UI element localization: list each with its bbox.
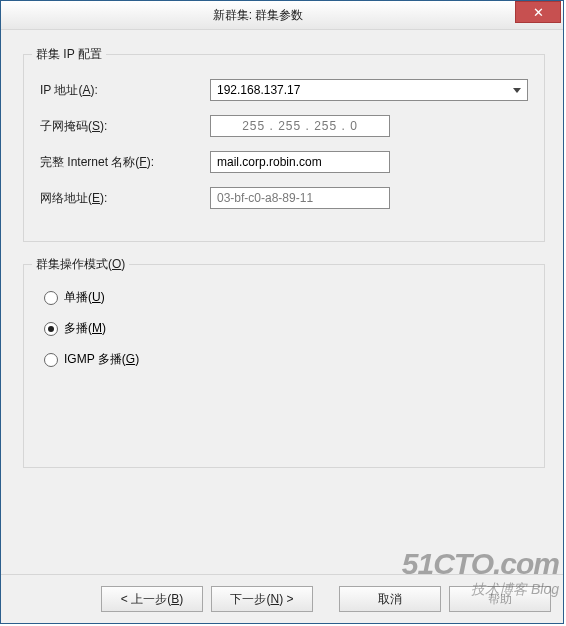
radio-igmp-multicast[interactable]: IGMP 多播(G) xyxy=(44,351,528,368)
radio-unicast[interactable]: 单播(U) xyxy=(44,289,528,306)
network-address-field: 03-bf-c0-a8-89-11 xyxy=(210,187,390,209)
subnet-mask-value: 255 . 255 . 255 . 0 xyxy=(242,119,358,133)
window-title: 新群集: 群集参数 xyxy=(1,7,515,24)
label-network-address: 网络地址(E): xyxy=(40,190,210,207)
row-ip-address: IP 地址(A): 192.168.137.17 xyxy=(40,79,528,101)
network-address-value: 03-bf-c0-a8-89-11 xyxy=(217,191,313,205)
group-mode-legend: 群集操作模式(O) xyxy=(32,256,129,273)
radio-icon xyxy=(44,353,58,367)
close-button[interactable]: ✕ xyxy=(515,1,561,23)
radio-multicast[interactable]: 多播(M) xyxy=(44,320,528,337)
radio-icon xyxy=(44,291,58,305)
radio-igmp-label: IGMP 多播(G) xyxy=(64,351,139,368)
label-ip-address: IP 地址(A): xyxy=(40,82,210,99)
chevron-down-icon xyxy=(513,88,521,93)
row-full-internet-name: 完整 Internet 名称(F): mail.corp.robin.com xyxy=(40,151,528,173)
radio-unicast-label: 单播(U) xyxy=(64,289,105,306)
ip-address-value: 192.168.137.17 xyxy=(217,83,300,97)
subnet-mask-field: 255 . 255 . 255 . 0 xyxy=(210,115,390,137)
help-button[interactable]: 帮助 xyxy=(449,586,551,612)
radio-multicast-label: 多播(M) xyxy=(64,320,106,337)
row-subnet-mask: 子网掩码(S): 255 . 255 . 255 . 0 xyxy=(40,115,528,137)
dialog-body: 群集 IP 配置 IP 地址(A): 192.168.137.17 子网掩码(S… xyxy=(1,30,563,574)
cancel-button[interactable]: 取消 xyxy=(339,586,441,612)
close-icon: ✕ xyxy=(533,6,544,19)
group-ip-legend: 群集 IP 配置 xyxy=(32,46,106,63)
label-subnet-mask: 子网掩码(S): xyxy=(40,118,210,135)
row-network-address: 网络地址(E): 03-bf-c0-a8-89-11 xyxy=(40,187,528,209)
dialog-footer: < 上一步(B) 下一步(N) > 取消 帮助 xyxy=(1,574,563,623)
back-button[interactable]: < 上一步(B) xyxy=(101,586,203,612)
ip-address-combobox[interactable]: 192.168.137.17 xyxy=(210,79,528,101)
titlebar: 新群集: 群集参数 ✕ xyxy=(1,1,563,30)
group-cluster-ip-config: 群集 IP 配置 IP 地址(A): 192.168.137.17 子网掩码(S… xyxy=(23,54,545,242)
label-full-internet-name: 完整 Internet 名称(F): xyxy=(40,154,210,171)
group-cluster-operation-mode: 群集操作模式(O) 单播(U) 多播(M) IGMP 多播(G) xyxy=(23,264,545,468)
full-internet-name-value: mail.corp.robin.com xyxy=(217,155,322,169)
full-internet-name-field[interactable]: mail.corp.robin.com xyxy=(210,151,390,173)
dialog-window: 新群集: 群集参数 ✕ 群集 IP 配置 IP 地址(A): 192.168.1… xyxy=(0,0,564,624)
radio-icon xyxy=(44,322,58,336)
next-button[interactable]: 下一步(N) > xyxy=(211,586,313,612)
